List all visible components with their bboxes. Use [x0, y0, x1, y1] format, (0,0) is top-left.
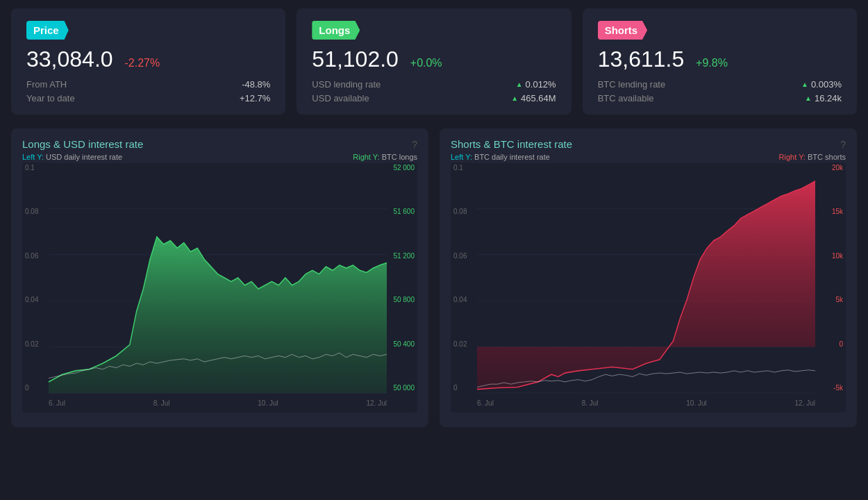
- price-change: -2.27%: [124, 57, 160, 69]
- shorts-stats: BTC lending rate ▲ 0.003% BTC available …: [598, 79, 842, 103]
- price-card: Price 33,084.0 -2.27% From ATH -48.8% Ye…: [11, 8, 285, 115]
- shorts-axis-labels: Left Y: BTC daily interest rate Right Y:…: [451, 153, 846, 161]
- longs-lending-value: ▲ 0.012%: [516, 79, 556, 90]
- price-ytd-label: Year to date: [26, 93, 75, 103]
- longs-chart-area: 0.1 0.08 0.06 0.04 0.02 0 52 000 51 600 …: [22, 162, 417, 412]
- shorts-x-axis: 6. Jul 8. Jul 10. Jul 12. Jul: [477, 393, 815, 412]
- longs-chart-plot: [49, 162, 387, 393]
- longs-y-axis-right: 52 000 51 600 51 200 50 800 50 400 50 00…: [387, 162, 417, 393]
- shorts-lending-label: BTC lending rate: [598, 79, 666, 90]
- longs-value: 51,102.0 +0.0%: [312, 47, 556, 72]
- price-ath-label: From ATH: [26, 79, 67, 90]
- longs-available-label: USD available: [312, 93, 369, 103]
- price-badge-label: Price: [33, 24, 59, 36]
- shorts-axis-right: Right Y: BTC shorts: [779, 153, 846, 161]
- shorts-value: 13,611.5 +9.8%: [598, 47, 842, 72]
- top-cards-section: Price 33,084.0 -2.27% From ATH -48.8% Ye…: [0, 0, 868, 123]
- shorts-card: Shorts 13,611.5 +9.8% BTC lending rate ▲…: [583, 8, 857, 115]
- longs-chart-panel: Longs & USD interest rate ? Left Y: USD …: [11, 128, 428, 427]
- price-stats: From ATH -48.8% Year to date +12.7%: [26, 79, 270, 103]
- longs-chart-title: Longs & USD interest rate ?: [22, 138, 417, 150]
- shorts-y-axis-right: 20k 15k 10k 5k 0 -5k: [815, 162, 846, 393]
- shorts-stat-lending: BTC lending rate ▲ 0.003%: [598, 79, 842, 90]
- longs-card: Longs 51,102.0 +0.0% USD lending rate ▲ …: [297, 8, 571, 115]
- price-badge: Price: [26, 21, 69, 40]
- longs-y-axis-left: 0.1 0.08 0.06 0.04 0.02 0: [22, 162, 49, 393]
- longs-lending-label: USD lending rate: [312, 79, 381, 90]
- shorts-stat-available: BTC available ▲ 16.24k: [598, 93, 842, 103]
- shorts-badge-label: Shorts: [605, 24, 638, 36]
- longs-badge-label: Longs: [319, 24, 350, 36]
- price-ath-value: -48.8%: [242, 79, 270, 90]
- longs-axis-labels: Left Y: USD daily interest rate Right Y:…: [22, 153, 417, 161]
- price-stat-ath: From ATH -48.8%: [26, 79, 270, 90]
- shorts-available-label: BTC available: [598, 93, 654, 103]
- longs-available-arrow: ▲: [511, 94, 518, 102]
- shorts-chart-plot: [477, 162, 815, 393]
- longs-stat-available: USD available ▲ 465.64M: [312, 93, 556, 103]
- longs-lending-arrow: ▲: [516, 81, 523, 88]
- shorts-axis-left: Left Y: BTC daily interest rate: [451, 153, 550, 161]
- shorts-change: +9.8%: [696, 57, 728, 69]
- shorts-chart-help-icon[interactable]: ?: [840, 139, 846, 150]
- shorts-chart-panel: Shorts & BTC interest rate ? Left Y: BTC…: [440, 128, 857, 427]
- charts-section: Longs & USD interest rate ? Left Y: USD …: [0, 123, 868, 427]
- longs-badge: Longs: [312, 21, 360, 40]
- shorts-available-value: ▲ 16.24k: [805, 93, 842, 103]
- longs-chart-help-icon[interactable]: ?: [412, 139, 417, 150]
- shorts-lending-value: ▲ 0.003%: [801, 79, 842, 90]
- shorts-chart-area: 0.1 0.08 0.06 0.04 0.02 0 20k 15k 10k 5k…: [451, 162, 846, 412]
- longs-stats: USD lending rate ▲ 0.012% USD available …: [312, 79, 556, 103]
- longs-x-axis: 6. Jul 8. Jul 10. Jul 12. Jul: [49, 393, 387, 412]
- price-value: 33,084.0 -2.27%: [26, 47, 270, 72]
- shorts-y-axis-left: 0.1 0.08 0.06 0.04 0.02 0: [451, 162, 477, 393]
- price-stat-ytd: Year to date +12.7%: [26, 93, 270, 103]
- longs-available-value: ▲ 465.64M: [511, 93, 556, 103]
- price-ytd-value: +12.7%: [240, 93, 270, 103]
- longs-axis-right: Right Y: BTC longs: [353, 153, 417, 161]
- longs-stat-lending: USD lending rate ▲ 0.012%: [312, 79, 556, 90]
- shorts-available-arrow: ▲: [805, 94, 812, 102]
- shorts-chart-title: Shorts & BTC interest rate ?: [451, 138, 846, 150]
- longs-change: +0.0%: [410, 57, 442, 69]
- shorts-badge: Shorts: [598, 21, 648, 40]
- longs-axis-left: Left Y: USD daily interest rate: [22, 153, 122, 161]
- shorts-lending-arrow: ▲: [801, 81, 808, 88]
